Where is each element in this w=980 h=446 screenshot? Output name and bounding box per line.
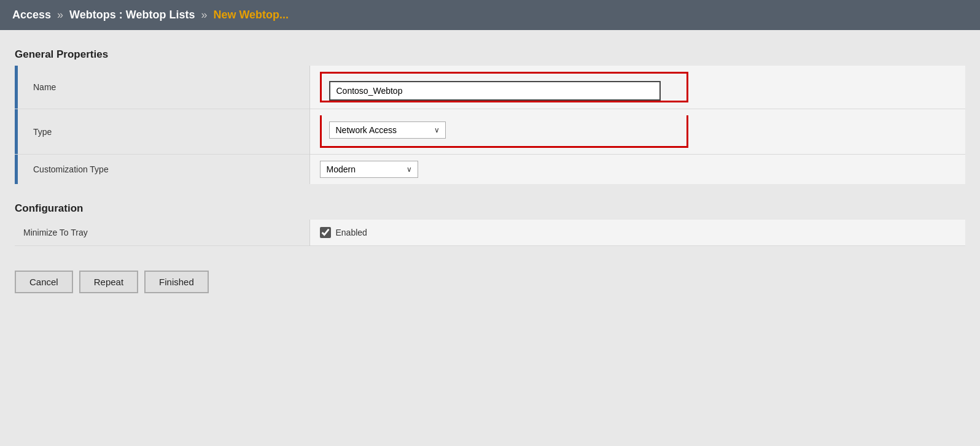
enabled-container: Enabled [320,227,957,238]
breadcrumb-current: New Webtop... [213,9,289,21]
type-value-cell: Network Access Full Portal [309,109,965,155]
repeat-button[interactable]: Repeat [79,271,138,293]
name-input[interactable] [329,81,661,101]
breadcrumb-sep-1: » [57,9,63,21]
configuration-section: Configuration Minimize To Tray Enabled [15,202,965,246]
general-properties-heading: General Properties [15,48,965,61]
minimize-to-tray-checkbox[interactable] [320,227,331,238]
breadcrumb-sep-2: » [201,9,207,21]
header-bar: Access » Webtops : Webtop Lists » New We… [0,0,980,30]
type-label: Type [15,109,309,155]
general-properties-table: Name Type Network Access [15,66,965,184]
type-select[interactable]: Network Access Full Portal [329,121,446,139]
configuration-table: Minimize To Tray Enabled [15,220,965,246]
name-label: Name [15,66,309,109]
minimize-to-tray-value-cell: Enabled [309,220,965,246]
cancel-button[interactable]: Cancel [15,271,73,293]
main-content: General Properties Name Type [0,30,980,312]
name-row: Name [15,66,965,109]
customization-select-wrapper: Modern Legacy [320,161,418,178]
customization-type-row: Customization Type Modern Legacy [15,155,965,185]
customization-type-value-cell: Modern Legacy [309,155,965,185]
minimize-to-tray-row: Minimize To Tray Enabled [15,220,965,246]
name-value-cell [309,66,965,109]
breadcrumb-webtops: Webtops : Webtop Lists [69,9,195,21]
customization-type-label: Customization Type [15,155,309,185]
minimize-to-tray-label: Minimize To Tray [15,220,309,246]
button-row: Cancel Repeat Finished [15,264,965,293]
customization-type-select[interactable]: Modern Legacy [320,161,418,178]
type-select-wrapper: Network Access Full Portal [329,121,446,139]
configuration-heading: Configuration [15,202,965,215]
breadcrumb-access: Access [12,9,51,21]
enabled-label: Enabled [336,228,367,237]
general-properties-section: General Properties Name Type [15,48,965,184]
finished-button[interactable]: Finished [144,271,209,293]
type-row: Type Network Access Full Portal [15,109,965,155]
